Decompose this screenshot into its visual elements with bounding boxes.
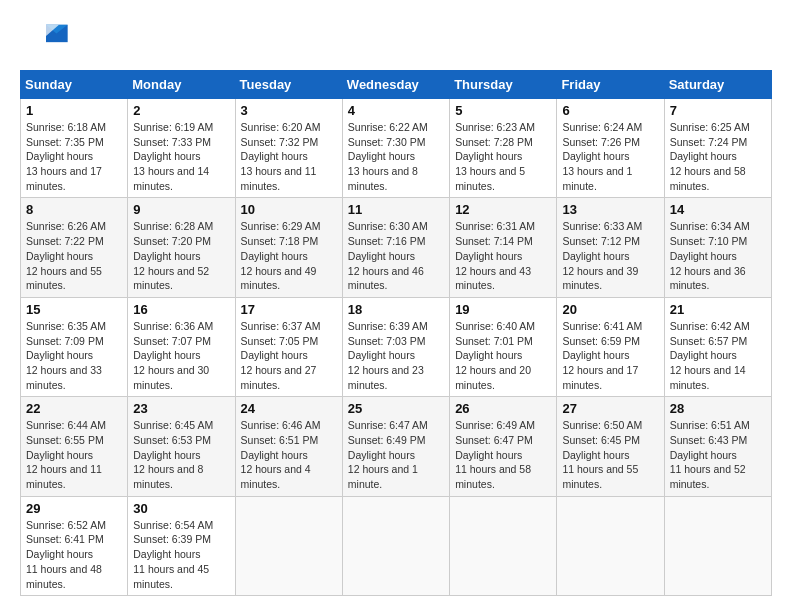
day-number: 23 <box>133 401 229 416</box>
calendar-cell: 26 Sunrise: 6:49 AM Sunset: 6:47 PM Dayl… <box>450 397 557 496</box>
daylight-value: 12 hours and 39 minutes. <box>562 265 638 292</box>
daylight-label: Daylight hours <box>241 449 308 461</box>
daylight-label: Daylight hours <box>455 150 522 162</box>
day-number: 16 <box>133 302 229 317</box>
calendar-cell: 4 Sunrise: 6:22 AM Sunset: 7:30 PM Dayli… <box>342 99 449 198</box>
calendar-cell: 14 Sunrise: 6:34 AM Sunset: 7:10 PM Dayl… <box>664 198 771 297</box>
sunset-label: Sunset: 7:28 PM <box>455 136 533 148</box>
day-number: 27 <box>562 401 658 416</box>
daylight-label: Daylight hours <box>562 349 629 361</box>
page-header <box>20 20 772 60</box>
sunset-label: Sunset: 7:01 PM <box>455 335 533 347</box>
logo-icon <box>20 20 72 60</box>
sunset-label: Sunset: 7:07 PM <box>133 335 211 347</box>
calendar-cell: 20 Sunrise: 6:41 AM Sunset: 6:59 PM Dayl… <box>557 297 664 396</box>
calendar-cell: 8 Sunrise: 6:26 AM Sunset: 7:22 PM Dayli… <box>21 198 128 297</box>
daylight-value: 12 hours and 43 minutes. <box>455 265 531 292</box>
sunset-label: Sunset: 6:43 PM <box>670 434 748 446</box>
calendar-cell: 25 Sunrise: 6:47 AM Sunset: 6:49 PM Dayl… <box>342 397 449 496</box>
day-info: Sunrise: 6:49 AM Sunset: 6:47 PM Dayligh… <box>455 418 551 491</box>
calendar-cell: 5 Sunrise: 6:23 AM Sunset: 7:28 PM Dayli… <box>450 99 557 198</box>
daylight-value: 12 hours and 14 minutes. <box>670 364 746 391</box>
calendar-cell <box>664 496 771 595</box>
day-info: Sunrise: 6:45 AM Sunset: 6:53 PM Dayligh… <box>133 418 229 491</box>
calendar-cell: 29 Sunrise: 6:52 AM Sunset: 6:41 PM Dayl… <box>21 496 128 595</box>
day-info: Sunrise: 6:52 AM Sunset: 6:41 PM Dayligh… <box>26 518 122 591</box>
sunset-label: Sunset: 7:35 PM <box>26 136 104 148</box>
sunrise-label: Sunrise: 6:31 AM <box>455 220 535 232</box>
logo <box>20 20 76 60</box>
day-info: Sunrise: 6:37 AM Sunset: 7:05 PM Dayligh… <box>241 319 337 392</box>
calendar-week-row: 22 Sunrise: 6:44 AM Sunset: 6:55 PM Dayl… <box>21 397 772 496</box>
calendar-cell: 1 Sunrise: 6:18 AM Sunset: 7:35 PM Dayli… <box>21 99 128 198</box>
calendar-cell: 24 Sunrise: 6:46 AM Sunset: 6:51 PM Dayl… <box>235 397 342 496</box>
day-number: 9 <box>133 202 229 217</box>
day-number: 19 <box>455 302 551 317</box>
sunrise-label: Sunrise: 6:44 AM <box>26 419 106 431</box>
calendar-cell: 3 Sunrise: 6:20 AM Sunset: 7:32 PM Dayli… <box>235 99 342 198</box>
daylight-label: Daylight hours <box>133 349 200 361</box>
sunrise-label: Sunrise: 6:41 AM <box>562 320 642 332</box>
column-header-tuesday: Tuesday <box>235 71 342 99</box>
sunset-label: Sunset: 7:32 PM <box>241 136 319 148</box>
calendar-cell: 23 Sunrise: 6:45 AM Sunset: 6:53 PM Dayl… <box>128 397 235 496</box>
sunrise-label: Sunrise: 6:37 AM <box>241 320 321 332</box>
daylight-value: 12 hours and 1 minute. <box>348 463 418 490</box>
calendar-cell: 9 Sunrise: 6:28 AM Sunset: 7:20 PM Dayli… <box>128 198 235 297</box>
daylight-value: 12 hours and 30 minutes. <box>133 364 209 391</box>
daylight-value: 11 hours and 52 minutes. <box>670 463 746 490</box>
daylight-label: Daylight hours <box>26 349 93 361</box>
day-info: Sunrise: 6:23 AM Sunset: 7:28 PM Dayligh… <box>455 120 551 193</box>
sunrise-label: Sunrise: 6:23 AM <box>455 121 535 133</box>
day-number: 10 <box>241 202 337 217</box>
daylight-label: Daylight hours <box>455 449 522 461</box>
calendar-cell: 10 Sunrise: 6:29 AM Sunset: 7:18 PM Dayl… <box>235 198 342 297</box>
calendar-cell: 22 Sunrise: 6:44 AM Sunset: 6:55 PM Dayl… <box>21 397 128 496</box>
sunset-label: Sunset: 6:47 PM <box>455 434 533 446</box>
sunrise-label: Sunrise: 6:47 AM <box>348 419 428 431</box>
sunset-label: Sunset: 7:24 PM <box>670 136 748 148</box>
day-info: Sunrise: 6:19 AM Sunset: 7:33 PM Dayligh… <box>133 120 229 193</box>
sunrise-label: Sunrise: 6:30 AM <box>348 220 428 232</box>
column-header-friday: Friday <box>557 71 664 99</box>
daylight-label: Daylight hours <box>241 250 308 262</box>
daylight-value: 12 hours and 20 minutes. <box>455 364 531 391</box>
daylight-value: 12 hours and 46 minutes. <box>348 265 424 292</box>
sunrise-label: Sunrise: 6:22 AM <box>348 121 428 133</box>
sunset-label: Sunset: 6:39 PM <box>133 533 211 545</box>
day-info: Sunrise: 6:24 AM Sunset: 7:26 PM Dayligh… <box>562 120 658 193</box>
day-info: Sunrise: 6:18 AM Sunset: 7:35 PM Dayligh… <box>26 120 122 193</box>
calendar-week-row: 1 Sunrise: 6:18 AM Sunset: 7:35 PM Dayli… <box>21 99 772 198</box>
day-number: 17 <box>241 302 337 317</box>
daylight-value: 12 hours and 55 minutes. <box>26 265 102 292</box>
sunrise-label: Sunrise: 6:46 AM <box>241 419 321 431</box>
day-info: Sunrise: 6:20 AM Sunset: 7:32 PM Dayligh… <box>241 120 337 193</box>
sunset-label: Sunset: 6:53 PM <box>133 434 211 446</box>
daylight-label: Daylight hours <box>26 548 93 560</box>
daylight-label: Daylight hours <box>26 150 93 162</box>
sunrise-label: Sunrise: 6:34 AM <box>670 220 750 232</box>
calendar-cell: 18 Sunrise: 6:39 AM Sunset: 7:03 PM Dayl… <box>342 297 449 396</box>
sunset-label: Sunset: 7:03 PM <box>348 335 426 347</box>
calendar-cell: 2 Sunrise: 6:19 AM Sunset: 7:33 PM Dayli… <box>128 99 235 198</box>
column-header-saturday: Saturday <box>664 71 771 99</box>
day-info: Sunrise: 6:39 AM Sunset: 7:03 PM Dayligh… <box>348 319 444 392</box>
daylight-value: 11 hours and 48 minutes. <box>26 563 102 590</box>
day-info: Sunrise: 6:34 AM Sunset: 7:10 PM Dayligh… <box>670 219 766 292</box>
sunrise-label: Sunrise: 6:35 AM <box>26 320 106 332</box>
daylight-value: 12 hours and 27 minutes. <box>241 364 317 391</box>
day-info: Sunrise: 6:41 AM Sunset: 6:59 PM Dayligh… <box>562 319 658 392</box>
day-number: 28 <box>670 401 766 416</box>
calendar-cell: 19 Sunrise: 6:40 AM Sunset: 7:01 PM Dayl… <box>450 297 557 396</box>
day-number: 20 <box>562 302 658 317</box>
daylight-label: Daylight hours <box>348 250 415 262</box>
calendar-cell: 12 Sunrise: 6:31 AM Sunset: 7:14 PM Dayl… <box>450 198 557 297</box>
daylight-value: 13 hours and 17 minutes. <box>26 165 102 192</box>
day-info: Sunrise: 6:54 AM Sunset: 6:39 PM Dayligh… <box>133 518 229 591</box>
day-number: 5 <box>455 103 551 118</box>
daylight-label: Daylight hours <box>670 150 737 162</box>
daylight-label: Daylight hours <box>241 150 308 162</box>
calendar-cell: 16 Sunrise: 6:36 AM Sunset: 7:07 PM Dayl… <box>128 297 235 396</box>
daylight-label: Daylight hours <box>455 250 522 262</box>
day-number: 15 <box>26 302 122 317</box>
